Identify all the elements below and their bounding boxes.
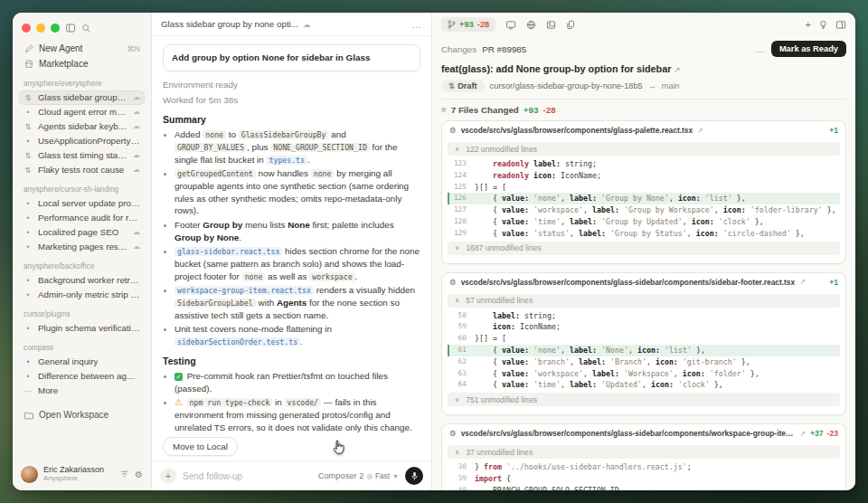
code-line[interactable]: 124 readonly icon: IconName; [448,170,840,182]
line-number: 60 [448,333,475,345]
sidebar-item[interactable]: •Cloud agent error message re...☁ [19,105,145,119]
user-prompt[interactable]: Add group by option None for sidebar in … [163,44,420,71]
sidebar-item[interactable]: •Localized page SEO☁ [19,225,145,240]
code-line[interactable]: 38} from '../hooks/use-sidebar-handlers.… [448,461,840,473]
sidebar-item[interactable]: •UseApplicationProperty migrati... [19,134,145,148]
more-options-icon[interactable]: … [411,19,422,30]
tab-added-count: +93 [459,20,474,29]
code-line[interactable]: 62 { value: 'branch', label: 'Branch', i… [448,356,840,368]
terminal-icon[interactable] [505,20,516,30]
agent-title: Glass sidebar group by none opti... [161,19,298,29]
target-branch[interactable]: main [662,81,680,90]
sidebar-item[interactable]: •Plugin schema verification [19,321,145,336]
sidebar-item-label: Plugin schema verification [38,323,140,334]
chevron-down-icon: ▼ [392,473,399,479]
unmodified-lines-bar[interactable]: ∧122 unmodified lines [448,142,840,156]
code-line[interactable]: 40 BRANCH_GROUP_SOLO_SECTION_ID, [448,485,840,490]
code-text: { value: 'none', label: 'Group by None',… [475,193,746,204]
avatar[interactable] [21,466,38,483]
code-line[interactable]: 59 icon: IconName; [448,321,840,333]
unmodified-lines-bar[interactable]: ∧37 unmodified lines [448,445,840,459]
pr-title-row[interactable]: feat(glass): add None group-by option fo… [441,62,846,80]
bulb-icon[interactable] [819,20,827,30]
follow-up-input[interactable]: Send follow-up [183,471,242,481]
chevron-up-icon: ∧ [455,297,459,304]
code-line[interactable]: 39import { [448,473,840,485]
branch-name[interactable]: cursor/glass-sidebar-group-by-none-18b5 [490,81,643,90]
code-line[interactable]: 60}[] = [ [448,333,840,345]
removed-count: -23 [827,429,838,438]
line-number: 38 [448,461,475,473]
text-segment: glass-sidebar.react.tsx [175,247,282,256]
code-line[interactable]: 58 label: string; [448,310,840,322]
minimize-window-button[interactable] [36,24,45,33]
files-changed-row[interactable]: ≡ 7 Files Changed +93 -28 [441,99,846,120]
unmodified-lines-bar[interactable]: ∨751 unmodified lines [448,393,840,406]
added-code-line[interactable]: 126 { value: 'none', label: 'Group by No… [448,193,840,204]
sidebar-toggle-icon[interactable] [65,23,76,33]
search-icon[interactable] [81,24,91,33]
sidebar-item[interactable]: ⇅Flaky tests root cause☁ [19,163,145,177]
filter-icon[interactable] [119,470,129,479]
unmodified-lines-bar[interactable]: ∧57 unmodified lines [448,294,840,308]
sidebar-item[interactable]: •Admin-only metric strip for inco... [19,288,145,302]
pr-more-options-icon[interactable]: … [755,43,766,54]
dot-icon: • [24,227,33,238]
sidebar-item[interactable]: ⇅Glass test timing stabilization☁ [19,148,145,163]
code-line[interactable]: 129 { value: 'status', label: 'Group by … [448,228,840,240]
code-line[interactable]: 127 { value: 'workspace', label: 'Group … [448,204,840,216]
sidebar-item[interactable]: ⋯More [19,384,145,398]
file-type-icon: ⚙ [449,126,457,135]
chevron-up-icon: ∧ [455,449,459,456]
changes-label: Changes [441,44,476,54]
text-segment: none [203,130,226,139]
zoom-window-button[interactable] [51,24,60,33]
code-line[interactable]: 123 readonly label: string; [448,158,840,170]
new-tab-icon[interactable]: + [806,19,811,30]
sidebar-item[interactable]: •Background worker retry handling [19,273,145,288]
code-line[interactable]: 128 { value: 'time', label: 'Group by Up… [448,216,840,228]
code-line[interactable]: 64 { value: 'time', label: 'Updated', ic… [448,379,840,391]
new-agent-label: New Agent [39,43,82,53]
open-workspace-button[interactable]: Open Workspace [19,407,145,422]
code-line[interactable]: 63 { value: 'workspace', label: 'Workspa… [448,368,840,380]
model-selector[interactable]: Composer 2 ◎ Fast ▼ [318,471,399,480]
sidebar-item[interactable]: •Marketing pages responsiven...☁ [19,240,145,254]
added-code-line[interactable]: 61 { value: 'none', label: 'None', icon:… [448,345,840,356]
sidebar-sections: anysphere/everysphere⇅Glass sidebar grou… [19,71,145,398]
sidebar-item[interactable]: •General inquiry [19,355,145,369]
copy-icon[interactable] [566,20,575,30]
pen-icon [24,44,33,53]
text-segment: as well as [265,271,309,281]
layout-icon[interactable] [835,20,846,30]
text-segment: Agents [277,298,307,308]
arrows-icon: ⇅ [448,81,455,90]
close-window-button[interactable] [22,24,31,33]
diff-file-header[interactable]: ⚙vscode/src/vs/glass/browser/components/… [442,424,845,442]
new-agent-button[interactable]: New Agent ⌘N [19,41,145,56]
sidebar-item[interactable]: •Difference between agents and ... [19,369,145,384]
line-number: 62 [448,356,475,368]
tab-diff[interactable]: +93 -28 [441,17,495,32]
mark-as-ready-button[interactable]: Mark as Ready [771,41,846,57]
sidebar-item[interactable]: •Performance audit for redesigne... [19,211,145,225]
window-controls [19,21,145,41]
move-to-local-button[interactable]: Move to Local [163,437,238,456]
mic-button[interactable] [405,467,423,485]
bullet: glass-sidebar.react.tsx hides section ch… [175,245,420,282]
sidebar-item[interactable]: •Local server update process [19,196,145,211]
code-text: BRANCH_GROUP_SOLO_SECTION_ID, [475,485,624,490]
text-segment: getGroupedContent [175,169,256,178]
unmodified-lines-bar[interactable]: ∨1687 unmodified lines [448,242,840,255]
code-line[interactable]: 125}[] = [ [448,182,840,194]
marketplace-button[interactable]: Marketplace [19,56,145,71]
sidebar-item[interactable]: ⇅Glass sidebar group by none ...☁ [19,90,145,105]
attach-button[interactable]: + [160,468,176,484]
diff-file-header[interactable]: ⚙vscode/src/vs/glass/browser/components/… [442,121,845,139]
gear-icon[interactable]: ⚙ [135,470,143,479]
sidebar-item[interactable]: ⇅Agents sidebar keyboard expe...☁ [19,119,145,134]
image-icon[interactable] [546,20,556,30]
globe-icon[interactable] [526,20,536,30]
ellipsis-icon: ⋯ [24,385,33,396]
diff-file-header[interactable]: ⚙vscode/src/vs/glass/browser/components/… [442,273,845,291]
